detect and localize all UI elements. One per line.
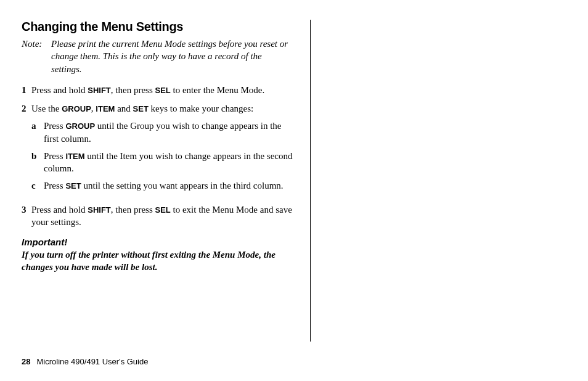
substep-a: a Press GROUP until the Group you wish t…	[31, 120, 293, 145]
key-group: GROUP	[65, 121, 95, 131]
step-2: 2 Use the GROUP, ITEM and SET keys to ma…	[22, 102, 293, 197]
note-block: Note: Please print the current Menu Mode…	[22, 38, 293, 75]
key-set: SET	[65, 181, 81, 190]
page: Changing the Menu Settings Note: Please …	[0, 0, 588, 381]
substeps-list: a Press GROUP until the Group you wish t…	[31, 120, 293, 192]
substep-letter: b	[31, 150, 44, 175]
step-number: 1	[22, 84, 31, 96]
step-body: Use the GROUP, ITEM and SET keys to make…	[31, 102, 293, 197]
note-label: Note:	[22, 38, 51, 75]
key-sel: SEL	[155, 86, 170, 95]
page-number: 28	[22, 357, 30, 366]
key-shift: SHIFT	[88, 86, 111, 95]
substep-b: b Press ITEM until the Item you wish to …	[31, 150, 293, 175]
substep-letter: a	[31, 120, 44, 145]
step-number: 3	[22, 203, 31, 229]
content-column: Changing the Menu Settings Note: Please …	[22, 20, 311, 342]
key-set: SET	[133, 104, 149, 113]
substep-letter: c	[31, 179, 44, 192]
key-group: GROUP	[62, 104, 91, 113]
substep-c: c Press SET until the setting you want a…	[31, 179, 293, 192]
substep-body: Press ITEM until the Item you wish to ch…	[44, 150, 293, 175]
key-item: ITEM	[65, 152, 84, 161]
step-body: Press and hold SHIFT, then press SEL to …	[31, 84, 293, 96]
substep-body: Press SET until the setting you want app…	[44, 179, 293, 192]
section-heading: Changing the Menu Settings	[22, 20, 293, 34]
step-1: 1 Press and hold SHIFT, then press SEL t…	[22, 84, 293, 96]
step-number: 2	[22, 102, 31, 197]
key-sel: SEL	[155, 205, 170, 215]
step-3: 3 Press and hold SHIFT, then press SEL t…	[22, 203, 293, 229]
step-body: Press and hold SHIFT, then press SEL to …	[31, 203, 293, 229]
key-shift: SHIFT	[88, 205, 111, 215]
key-item: ITEM	[96, 104, 115, 113]
substep-body: Press GROUP until the Group you wish to …	[44, 120, 293, 145]
important-label: Important!	[22, 237, 293, 247]
note-text: Please print the current Menu Mode setti…	[51, 38, 293, 75]
important-text: If you turn off the printer without firs…	[22, 248, 293, 274]
doc-title: Microline 490/491 User's Guide	[36, 357, 148, 366]
page-footer: 28Microline 490/491 User's Guide	[22, 357, 148, 366]
steps-list: 1 Press and hold SHIFT, then press SEL t…	[22, 84, 293, 228]
